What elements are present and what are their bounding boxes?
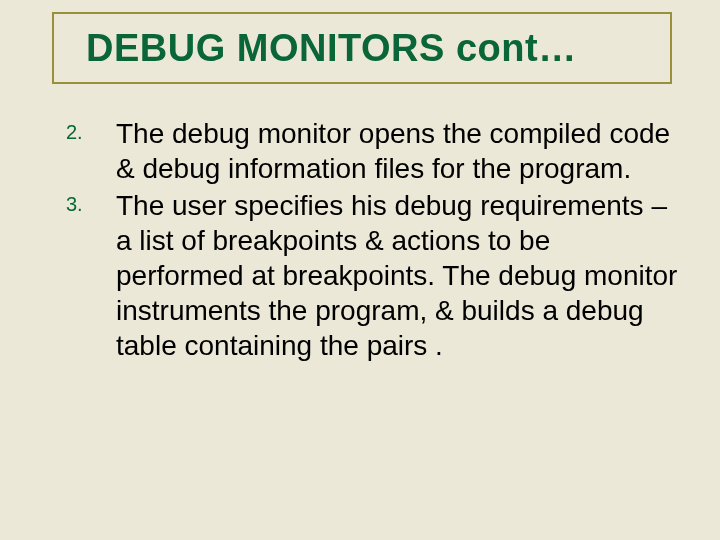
list-item-number: 3.: [66, 192, 83, 217]
list-item: 3. The user specifies his debug requirem…: [48, 188, 678, 363]
slide-title: DEBUG MONITORS cont…: [86, 27, 577, 70]
list-item-number: 2.: [66, 120, 83, 145]
slide: DEBUG MONITORS cont… 2. The debug monito…: [0, 0, 720, 540]
list-wrap: 2. The debug monitor opens the compiled …: [48, 116, 678, 365]
list-item: 2. The debug monitor opens the compiled …: [48, 116, 678, 186]
title-box: DEBUG MONITORS cont…: [52, 12, 672, 84]
list-item-text: The debug monitor opens the compiled cod…: [116, 118, 670, 184]
list-item-text: The user specifies his debug requirement…: [116, 190, 677, 361]
numbered-list: 2. The debug monitor opens the compiled …: [48, 116, 678, 363]
